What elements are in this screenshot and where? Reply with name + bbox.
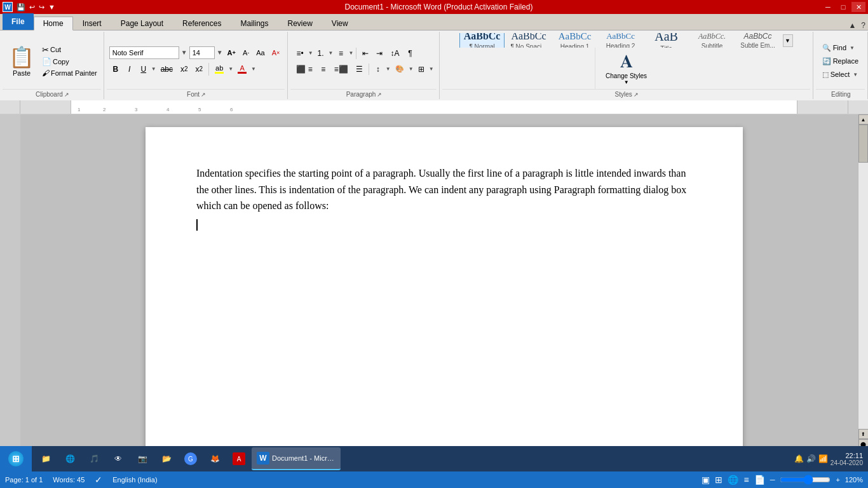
- doc-paragraph[interactable]: Indentation specifies the starting point…: [196, 165, 692, 214]
- scroll-page-up-button[interactable]: ⬆: [858, 429, 869, 439]
- bold-button[interactable]: B: [109, 62, 122, 76]
- style-normal[interactable]: AaBbCc ¶ Normal: [459, 33, 505, 48]
- vertical-scrollbar[interactable]: ▲ ⬆ ⬤ ⬇ ▼: [858, 114, 868, 470]
- tray-icon1[interactable]: 🔔: [794, 454, 804, 463]
- subscript-button[interactable]: x2: [177, 62, 191, 76]
- zoom-slider[interactable]: [780, 475, 831, 485]
- draft-view[interactable]: 📄: [754, 475, 765, 485]
- redo-qs-icon[interactable]: ↪: [37, 3, 46, 11]
- highlight-dropdown-icon[interactable]: ▼: [228, 66, 233, 72]
- clear-format-button[interactable]: A×: [269, 46, 283, 59]
- numbering-button[interactable]: 1.: [315, 46, 327, 60]
- language-info[interactable]: English (India): [112, 476, 157, 484]
- underline-button[interactable]: U: [137, 62, 150, 76]
- line-spacing-button[interactable]: ↕: [372, 62, 384, 76]
- italic-button[interactable]: I: [123, 62, 136, 76]
- borders-button[interactable]: ⊞: [415, 62, 428, 76]
- align-left-button[interactable]: ⬛ ≡: [293, 62, 315, 76]
- paste-button[interactable]: 📋 Paste: [5, 44, 38, 78]
- spell-check-icon[interactable]: ✓: [95, 475, 102, 485]
- show-formatting-button[interactable]: ¶: [403, 46, 416, 60]
- maximize-button[interactable]: □: [836, 2, 850, 12]
- tab-page-layout[interactable]: Page Layout: [111, 16, 173, 30]
- taskbar-media[interactable]: 🎵: [83, 447, 105, 470]
- clock[interactable]: 22:11 24-04-2020: [831, 452, 863, 466]
- borders-dropdown-icon[interactable]: ▼: [429, 66, 434, 72]
- font-size-dropdown-icon[interactable]: ▼: [217, 49, 223, 56]
- undo-qs-icon[interactable]: ↩: [28, 3, 36, 11]
- outline-view[interactable]: ≡: [743, 475, 749, 485]
- copy-button[interactable]: 📄 Copy: [41, 57, 98, 67]
- font-color-button[interactable]: A: [234, 62, 250, 76]
- text-highlight-button[interactable]: ab: [212, 62, 227, 76]
- ruler-main[interactable]: 1 2 3 4 5 6: [20, 100, 848, 114]
- styles-scroll-down[interactable]: ▼: [783, 34, 793, 47]
- taskbar-word[interactable]: W Document1 - Microsoft...: [252, 447, 341, 470]
- cut-button[interactable]: ✂ Cut: [41, 44, 98, 55]
- doc-main[interactable]: Indentation specifies the starting point…: [20, 114, 868, 470]
- sort-button[interactable]: ↕A: [387, 46, 402, 60]
- close-button[interactable]: ✕: [851, 2, 865, 12]
- find-button[interactable]: 🔍 Find ▼: [820, 43, 861, 53]
- editing-expand[interactable]: Editing: [816, 89, 865, 98]
- font-size-input[interactable]: [189, 46, 215, 59]
- style-heading2[interactable]: AaBbCc Heading 2: [599, 33, 643, 48]
- start-button[interactable]: ⊞: [0, 446, 32, 471]
- taskbar-app1[interactable]: 📷: [131, 447, 154, 470]
- font-name-input[interactable]: [109, 46, 179, 59]
- taskbar-explorer[interactable]: 📁: [34, 447, 57, 470]
- format-painter-button[interactable]: 🖌 Format Painter: [41, 68, 98, 78]
- scroll-track[interactable]: [858, 125, 868, 429]
- taskbar-viewer[interactable]: 👁: [107, 447, 130, 470]
- line-spacing-dropdown-icon[interactable]: ▼: [386, 66, 391, 72]
- tray-icon2[interactable]: 🔊: [806, 454, 816, 463]
- web-layout-view[interactable]: 🌐: [728, 475, 738, 485]
- full-screen-view[interactable]: ⊞: [715, 475, 722, 485]
- word-count[interactable]: Words: 45: [53, 476, 85, 484]
- font-color-dropdown-icon[interactable]: ▼: [251, 66, 256, 72]
- change-case-button[interactable]: Aa: [254, 46, 267, 59]
- change-styles-button[interactable]: 𝐀 Change Styles ▼: [600, 49, 652, 88]
- increase-indent-button[interactable]: ⇥: [373, 46, 386, 60]
- bullets-dropdown-icon[interactable]: ▼: [308, 50, 313, 56]
- underline-dropdown-icon[interactable]: ▼: [151, 66, 156, 72]
- style-subtitle[interactable]: AaBbCc. Subtitle: [690, 33, 735, 48]
- find-dropdown-icon[interactable]: ▼: [850, 45, 855, 51]
- cursor-line[interactable]: [196, 219, 692, 231]
- paragraph-expand[interactable]: Paragraph ↗: [290, 89, 436, 98]
- scroll-thumb[interactable]: [858, 125, 868, 163]
- style-subtle-em[interactable]: AaBbCc Subtle Em...: [736, 33, 780, 48]
- superscript-button[interactable]: x2: [193, 62, 207, 76]
- zoom-out-button[interactable]: ─: [770, 476, 775, 484]
- page-info[interactable]: Page: 1 of 1: [5, 476, 43, 484]
- select-button[interactable]: ⬚ Select ▼: [820, 69, 861, 80]
- print-layout-view[interactable]: ▣: [702, 475, 710, 485]
- style-heading1[interactable]: AaBbCc Heading 1: [553, 33, 597, 48]
- taskbar-firefox[interactable]: 🦊: [203, 447, 226, 470]
- help-icon[interactable]: ?: [861, 21, 865, 30]
- taskbar-chrome[interactable]: G: [179, 447, 202, 470]
- justify-button[interactable]: ☰: [353, 62, 366, 76]
- multilevel-dropdown-icon[interactable]: ▼: [349, 50, 354, 56]
- tab-mailings[interactable]: Mailings: [231, 16, 278, 30]
- minimize-button[interactable]: ─: [821, 2, 835, 12]
- tab-references[interactable]: References: [173, 16, 231, 30]
- font-expand[interactable]: Font ↗: [107, 89, 285, 98]
- numbering-dropdown-icon[interactable]: ▼: [329, 50, 334, 56]
- clipboard-expand[interactable]: Clipboard ↗: [3, 89, 101, 98]
- select-dropdown-icon[interactable]: ▼: [853, 72, 858, 78]
- decrease-indent-button[interactable]: ⇤: [359, 46, 372, 60]
- align-right-button[interactable]: ≡⬛: [331, 62, 351, 76]
- shading-dropdown-icon[interactable]: ▼: [409, 66, 414, 72]
- save-qs-icon[interactable]: 💾: [15, 3, 27, 11]
- style-no-spacing[interactable]: AaBbCc ¶ No Spaci...: [506, 33, 551, 48]
- taskbar-acrobat[interactable]: A: [227, 447, 250, 470]
- tray-icon3[interactable]: 📶: [818, 454, 828, 463]
- shading-button[interactable]: 🎨: [392, 62, 407, 76]
- qs-dropdown-icon[interactable]: ▼: [47, 3, 57, 11]
- zoom-in-button[interactable]: +: [836, 476, 839, 484]
- zoom-level[interactable]: 120%: [845, 476, 863, 484]
- tab-review[interactable]: Review: [278, 16, 322, 30]
- align-center-button[interactable]: ≡: [317, 62, 330, 76]
- font-name-dropdown-icon[interactable]: ▼: [181, 49, 187, 56]
